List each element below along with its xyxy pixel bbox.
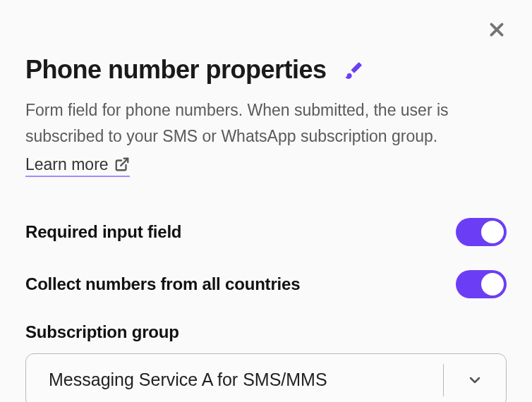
required-field-toggle[interactable]	[456, 218, 507, 246]
description-text: Form field for phone numbers. When submi…	[25, 97, 507, 150]
external-link-icon	[114, 157, 130, 172]
learn-more-link[interactable]: Learn more	[25, 155, 130, 177]
required-field-label: Required input field	[25, 222, 181, 242]
svg-line-2	[121, 159, 128, 166]
subscription-group-select[interactable]: Messaging Service A for SMS/MMS	[25, 353, 507, 402]
close-icon	[488, 20, 506, 42]
page-title: Phone number properties	[25, 55, 327, 85]
collect-all-countries-toggle[interactable]	[456, 270, 507, 298]
toggle-knob	[481, 221, 504, 243]
close-button[interactable]	[485, 20, 508, 42]
brush-icon	[344, 60, 363, 80]
subscription-group-label: Subscription group	[25, 322, 507, 342]
learn-more-label: Learn more	[25, 155, 109, 174]
toggle-knob	[481, 273, 504, 296]
subscription-group-value: Messaging Service A for SMS/MMS	[26, 354, 443, 402]
required-field-row: Required input field	[25, 218, 507, 246]
collect-all-countries-row: Collect numbers from all countries	[25, 270, 507, 298]
collect-all-countries-label: Collect numbers from all countries	[25, 274, 300, 294]
chevron-down-icon	[444, 354, 506, 402]
